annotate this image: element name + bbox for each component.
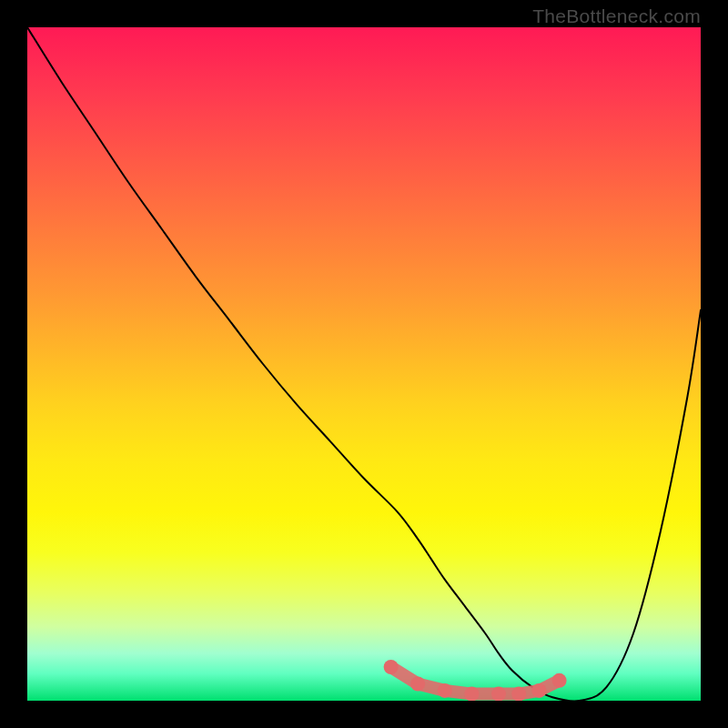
curve-line — [27, 27, 701, 701]
marker-dot — [438, 683, 452, 698]
marker-dot — [464, 687, 479, 701]
marker-dot — [384, 660, 399, 674]
marker-dot — [511, 687, 526, 701]
marker-dot — [531, 683, 546, 698]
plot-area — [27, 27, 701, 701]
marker-dot — [410, 677, 425, 692]
marker-dot — [552, 673, 567, 688]
bottom-markers — [384, 660, 567, 701]
watermark-text: TheBottleneck.com — [532, 5, 701, 27]
chart-frame: TheBottleneck.com — [0, 0, 728, 728]
marker-dot — [491, 687, 506, 701]
chart-svg — [27, 27, 701, 701]
